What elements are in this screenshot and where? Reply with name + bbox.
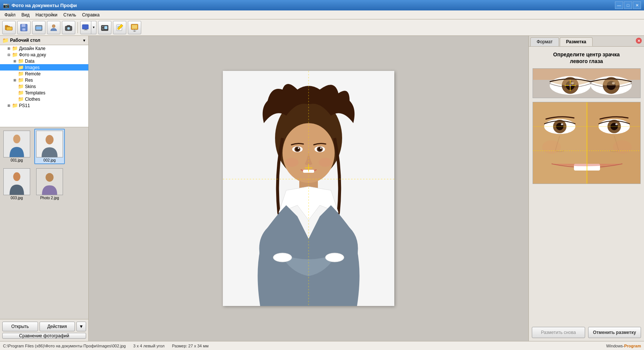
eye-zoom-container[interactable] — [533, 68, 641, 98]
expand-foto[interactable]: ⊟ — [6, 53, 12, 57]
thumb-001[interactable]: 001.jpg — [1, 129, 32, 164]
expand-ps11[interactable]: ⊞ — [6, 104, 12, 107]
camera-button[interactable] — [62, 21, 75, 34]
instruction-line2: левого глаза — [570, 58, 603, 64]
expand-remote[interactable] — [12, 72, 18, 76]
expand-images[interactable] — [12, 66, 18, 69]
expand-data[interactable]: ⊞ — [12, 59, 18, 63]
film-button[interactable] — [98, 21, 111, 34]
menu-style[interactable]: Стиль — [60, 12, 79, 18]
redo-markup-button[interactable]: Разметить снова — [532, 327, 585, 338]
cancel-markup-button[interactable]: Отменить разметку — [588, 327, 641, 338]
instruction-text: Определите центр зрачка левого глаза — [553, 51, 619, 65]
svg-point-44 — [320, 147, 322, 149]
open-file-button[interactable]: Открыть — [2, 322, 38, 331]
thumb-label-003: 003.jpg — [11, 196, 23, 200]
folder-icon-res: 📁 — [18, 77, 24, 83]
left-panel: 📁 Рабочий стол ▼ ⊞ 📁 Дизайн Кале ⊟ 📁 Фот… — [0, 36, 89, 341]
svg-rect-2 — [6, 27, 12, 30]
tree-label-templates: Templates — [25, 90, 45, 96]
scan-button[interactable] — [32, 21, 45, 34]
actions-button[interactable]: Действия — [40, 322, 75, 331]
tree-item-skins[interactable]: 📁 Skins — [0, 83, 88, 90]
svg-point-82 — [613, 140, 632, 154]
folder-icon-templates: 📁 — [18, 90, 24, 96]
tree-item-foto[interactable]: ⊟ 📁 Фото на доку — [0, 51, 88, 58]
edit-button[interactable] — [113, 21, 126, 34]
thumb-img-photo2 — [36, 168, 63, 195]
display-arrow-button[interactable]: ▼ — [91, 21, 97, 34]
tree-label-images: Images — [25, 65, 40, 70]
tree-item-templates[interactable]: 📁 Templates — [0, 90, 88, 96]
tree-item-res[interactable]: ⊞ 📁 Res — [0, 77, 88, 83]
tab-bar-area: Формат Разметка ✕ — [529, 36, 644, 47]
tree-item-diz[interactable]: ⊞ 📁 Дизайн Кале — [0, 45, 88, 51]
svg-point-40 — [298, 147, 299, 149]
menu-settings[interactable]: Настройки — [32, 12, 60, 18]
thumb-photo2[interactable]: Photo 2.jpg — [34, 166, 65, 202]
thumb-003[interactable]: 003.jpg — [1, 166, 32, 202]
svg-rect-19 — [102, 28, 104, 29]
expand-clothes[interactable] — [12, 97, 18, 101]
tree-item-images[interactable]: 📁 Images — [0, 64, 88, 71]
tree-item-clothes[interactable]: 📁 Clothes — [0, 96, 88, 102]
save-button[interactable] — [17, 21, 31, 34]
center-area — [89, 36, 528, 341]
close-button[interactable]: ✕ — [633, 1, 641, 9]
menu-view[interactable]: Вид — [19, 12, 33, 18]
folder-selector-arrow[interactable]: ▼ — [82, 38, 86, 43]
expand-skins[interactable] — [12, 85, 18, 88]
svg-point-48 — [273, 253, 292, 262]
title-controls: — □ ✕ — [615, 1, 641, 9]
menu-help[interactable]: Справка — [79, 12, 102, 18]
tab-markup[interactable]: Разметка — [560, 37, 593, 46]
svg-rect-77 — [587, 102, 641, 184]
folder-icon-diz: 📁 — [12, 46, 18, 51]
photo-canvas — [223, 71, 394, 306]
expand-templates[interactable] — [12, 91, 18, 95]
tree-item-remote[interactable]: 📁 Remote — [0, 71, 88, 77]
thumb-img-003 — [3, 168, 30, 195]
instruction-line1: Определите центр зрачка — [553, 51, 619, 57]
actions-arrow-button[interactable]: ▼ — [76, 322, 86, 331]
thumb-002[interactable]: 002.jpg — [34, 129, 65, 164]
display-split-button: ▼ — [80, 21, 97, 34]
svg-point-46 — [285, 158, 299, 167]
minimize-button[interactable]: — — [615, 1, 623, 9]
right-bottom: Разметить снова Отменить разметку — [529, 324, 644, 341]
svg-rect-1 — [5, 25, 8, 26]
svg-rect-4 — [22, 24, 25, 27]
app-title: Фото на документы Профи — [12, 3, 77, 8]
svg-point-32 — [45, 173, 53, 182]
open-button[interactable] — [2, 21, 16, 34]
thumb-label-001: 001.jpg — [11, 158, 23, 162]
svg-rect-14 — [85, 29, 87, 30]
tree-label-diz: Дизайн Кале — [19, 46, 45, 51]
person-button[interactable] — [47, 21, 60, 34]
face-zoom-container[interactable] — [533, 102, 641, 184]
tree-item-data[interactable]: ⊞ 📁 Data — [0, 58, 88, 64]
tree-item-ps11[interactable]: ⊞ 📁 PS11 — [0, 102, 88, 109]
svg-point-76 — [542, 140, 561, 154]
tree-view: ⊞ 📁 Дизайн Кале ⊟ 📁 Фото на доку ⊞ 📁 Dat… — [0, 45, 88, 127]
status-size: Размер: 27 x 34 мм — [172, 344, 208, 348]
toolbar: ▼ — [0, 19, 644, 36]
maximize-button[interactable]: □ — [624, 1, 632, 9]
tab-close-button[interactable]: ✕ — [636, 38, 642, 44]
expand-diz[interactable]: ⊞ — [6, 47, 12, 50]
menu-file[interactable]: Файл — [1, 12, 19, 18]
status-path: C:\Program Files (x86)\Фото на документы… — [3, 344, 126, 348]
compare-button[interactable]: Сравнение фотографий — [2, 333, 86, 339]
tab-format[interactable]: Формат — [530, 37, 559, 46]
folder-icon-foto: 📁 — [12, 52, 18, 57]
tree-label-clothes: Clothes — [25, 97, 40, 102]
woman-photo-svg — [223, 71, 394, 306]
folder-selector[interactable]: 📁 Рабочий стол ▼ — [0, 36, 88, 45]
tree-label-foto: Фото на доку — [19, 52, 46, 57]
tree-label-remote: Remote — [25, 71, 41, 76]
display-button[interactable] — [80, 21, 91, 34]
expand-res[interactable]: ⊞ — [12, 78, 18, 82]
title-bar: 📷 Фото на документы Профи — □ ✕ — [0, 0, 644, 10]
svg-point-69 — [569, 85, 571, 86]
export-button[interactable] — [128, 21, 141, 34]
